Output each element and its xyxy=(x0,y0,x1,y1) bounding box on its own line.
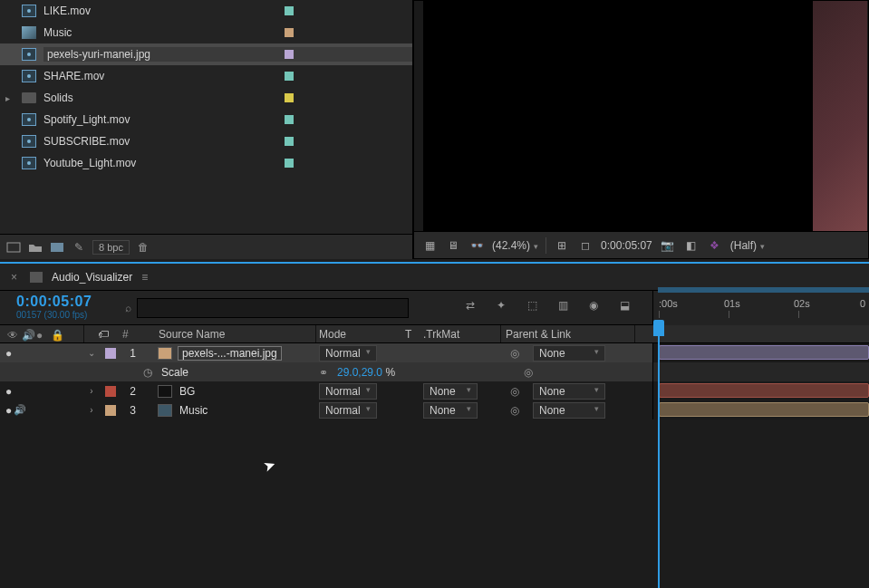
parent-dropdown[interactable]: None xyxy=(533,383,605,400)
layer-bar[interactable] xyxy=(659,383,869,398)
frame-blend-icon[interactable]: ▥ xyxy=(554,297,572,313)
resolution-dropdown[interactable]: (Half) xyxy=(730,239,765,252)
project-item-name: LIKE.mov xyxy=(43,5,412,17)
expand-icon[interactable]: ▸ xyxy=(5,93,10,103)
project-item[interactable]: pexels-yuri-manei.jpg xyxy=(0,43,412,65)
layer-label-swatch[interactable] xyxy=(105,386,116,397)
layer-bar[interactable] xyxy=(659,345,869,360)
mode-dropdown[interactable]: Normal xyxy=(319,402,377,419)
interpret-footage-icon[interactable] xyxy=(5,240,22,255)
viewer-canvas[interactable] xyxy=(423,1,867,232)
project-item[interactable]: Spotify_Light.mov xyxy=(0,109,412,130)
label-color-swatch[interactable] xyxy=(285,6,294,15)
color-mgmt-icon[interactable]: ❖ xyxy=(707,238,723,253)
toggle-pixel-aspect-icon[interactable]: ▦ xyxy=(421,238,438,253)
timeline-search-input[interactable] xyxy=(137,298,409,318)
t-col-header[interactable]: T xyxy=(405,328,411,341)
project-item[interactable]: Music xyxy=(0,22,412,43)
trkmat-dropdown[interactable]: None xyxy=(423,402,478,419)
roi-icon[interactable]: ◻ xyxy=(577,238,594,253)
video-toggle-icon[interactable]: ● xyxy=(5,347,12,360)
toggle-transparency-icon[interactable]: 🖥 xyxy=(445,238,461,253)
label-color-swatch[interactable] xyxy=(285,72,294,81)
trkmat-dropdown[interactable]: None xyxy=(423,383,478,400)
timeline-tool-icons: ⇄ ✦ ⬚ ▥ ◉ ⬓ xyxy=(461,297,633,313)
shy-toggle-icon[interactable]: ⬚ xyxy=(523,297,541,313)
toggle-mask-icon[interactable]: 👓 xyxy=(468,238,485,253)
current-timecode[interactable]: 0:00:05:07 xyxy=(16,294,118,310)
pickwhip-icon[interactable]: ◎ xyxy=(510,404,519,417)
audio-col-icon[interactable]: 🔊 xyxy=(22,329,33,340)
lock-col-icon[interactable]: 🔒 xyxy=(51,329,62,340)
label-color-swatch[interactable] xyxy=(285,115,294,124)
timecode-block[interactable]: 0:00:05:07 00157 (30.00 fps) xyxy=(0,291,118,324)
comp-tab-name[interactable]: Audio_Visualizer xyxy=(52,271,132,284)
timeline-column-header: 👁 🔊 ● 🔒 🏷 # Source Name Mode T .TrkMat P… xyxy=(0,325,869,343)
project-item-name: Solids xyxy=(43,92,412,104)
pickwhip-icon[interactable]: ◎ xyxy=(510,347,519,360)
layer-twirl-icon[interactable]: › xyxy=(85,405,98,415)
project-item-name: Music xyxy=(43,26,412,39)
new-folder-icon[interactable] xyxy=(27,240,43,255)
layer-name[interactable]: pexels-...-manei.jpg xyxy=(178,346,282,361)
project-item-folder[interactable]: ▸ Solids xyxy=(0,87,412,109)
trash-icon[interactable]: 🗑 xyxy=(135,240,151,255)
show-channel-icon[interactable]: ◧ xyxy=(683,238,700,253)
mode-dropdown[interactable]: Normal xyxy=(319,345,377,361)
new-comp-icon[interactable] xyxy=(49,240,65,255)
solo-col-icon[interactable]: ● xyxy=(36,329,47,340)
composition-viewer: ▦ 🖥 👓 (42.4%) ⊞ ◻ 0:00:05:07 📷 ◧ ❖ (Half… xyxy=(413,0,869,259)
project-item[interactable]: SUBSCRIBE.mov xyxy=(0,130,412,152)
index-col-header[interactable]: # xyxy=(122,328,150,341)
project-item[interactable]: Youtube_Light.mov xyxy=(0,152,412,174)
snapshot-icon[interactable]: 📷 xyxy=(660,238,676,253)
tab-menu-icon[interactable]: ≡ xyxy=(141,271,148,284)
label-col-icon[interactable]: 🏷 xyxy=(98,328,109,341)
layer-label-swatch[interactable] xyxy=(105,405,116,416)
project-item[interactable]: LIKE.mov xyxy=(0,0,412,22)
property-name[interactable]: Scale xyxy=(161,366,188,379)
timeline-header: 0:00:05:07 00157 (30.00 fps) ⌕ ⇄ ✦ ⬚ ▥ ◉… xyxy=(0,291,869,325)
mode-dropdown[interactable]: Normal xyxy=(319,383,377,400)
project-settings-icon[interactable]: ✎ xyxy=(71,240,87,255)
close-tab-icon[interactable]: × xyxy=(7,271,21,284)
label-color-swatch[interactable] xyxy=(285,93,294,102)
mode-col-header[interactable]: Mode xyxy=(319,328,346,341)
work-area-bar[interactable] xyxy=(658,287,869,293)
bpc-toggle[interactable]: 8 bpc xyxy=(92,240,130,255)
sourcename-col-header[interactable]: Source Name xyxy=(159,328,225,341)
label-color-swatch[interactable] xyxy=(285,159,294,168)
label-color-swatch[interactable] xyxy=(285,137,294,146)
video-toggle-icon[interactable]: ● xyxy=(5,385,12,398)
project-item[interactable]: SHARE.mov xyxy=(0,65,412,87)
label-color-swatch[interactable] xyxy=(285,50,294,59)
layer-label-swatch[interactable] xyxy=(105,348,116,359)
comp-flowchart-icon[interactable]: ⇄ xyxy=(461,297,479,313)
audio-toggle-icon[interactable]: 🔊 xyxy=(14,404,26,416)
parent-dropdown[interactable]: None xyxy=(533,345,605,361)
parent-col-header[interactable]: Parent & Link xyxy=(506,328,571,341)
graph-editor-icon[interactable]: ⬓ xyxy=(615,297,633,313)
draft-3d-icon[interactable]: ✦ xyxy=(492,297,510,313)
layer-index: 1 xyxy=(121,347,136,360)
viewer-timecode[interactable]: 0:00:05:07 xyxy=(601,239,652,252)
time-ruler[interactable]: :00s 01s 02s 0 xyxy=(652,291,869,325)
grid-icon[interactable]: ⊞ xyxy=(554,238,570,253)
constrain-link-icon[interactable]: ⚭ xyxy=(319,366,328,379)
layer-twirl-icon[interactable]: ⌄ xyxy=(85,348,98,358)
expression-pickwhip-icon[interactable]: ◎ xyxy=(524,366,533,379)
parent-dropdown[interactable]: None xyxy=(533,402,605,419)
trkmat-col-header[interactable]: .TrkMat xyxy=(423,328,459,341)
stopwatch-icon[interactable]: ◷ xyxy=(143,366,152,379)
pickwhip-icon[interactable]: ◎ xyxy=(510,385,519,398)
layer-twirl-icon[interactable]: › xyxy=(85,386,98,396)
zoom-level[interactable]: (42.4%) xyxy=(492,239,538,252)
motion-blur-icon[interactable]: ◉ xyxy=(584,297,603,313)
property-value[interactable]: 29.0,29.0 % xyxy=(337,366,395,379)
video-col-icon[interactable]: 👁 xyxy=(7,329,18,340)
timeline-track-area[interactable] xyxy=(652,343,869,419)
label-color-swatch[interactable] xyxy=(285,28,294,37)
video-toggle-icon[interactable]: ● xyxy=(5,404,12,417)
cti-playhead[interactable] xyxy=(653,320,664,336)
layer-bar[interactable] xyxy=(659,402,869,417)
